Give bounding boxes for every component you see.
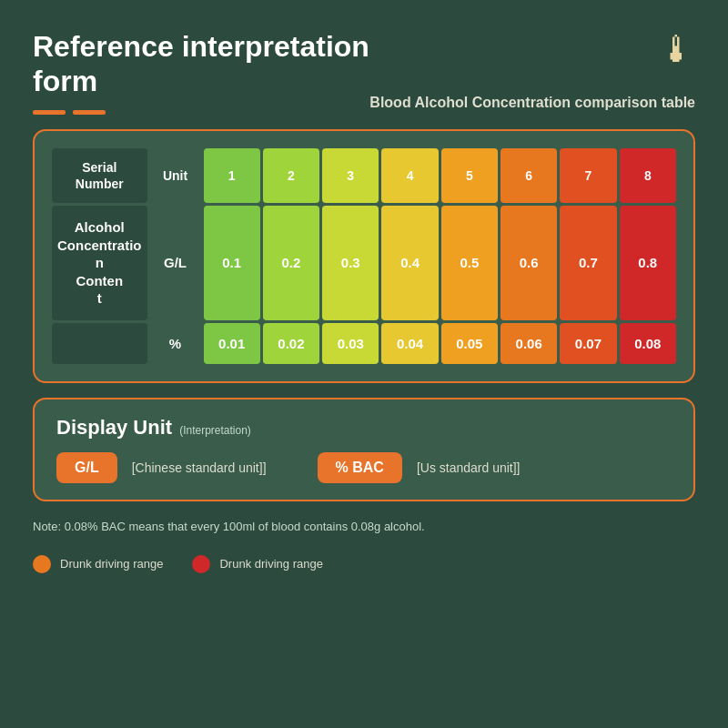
dash-2 — [73, 110, 106, 115]
row-label-2 — [52, 323, 147, 364]
legend-section: Drunk driving range Drunk driving range — [33, 551, 695, 577]
header-col-8: 8 — [620, 148, 676, 203]
header-unit: Unit — [150, 148, 201, 203]
cell-pct-3: 0.03 — [322, 323, 379, 364]
legend-label-orange: Drunk driving range — [60, 557, 163, 571]
header-section: Reference interpretation form 🌡 Blood Al… — [33, 29, 695, 115]
row-unit-pct: % — [150, 323, 201, 364]
table-row-pct: % 0.01 0.02 0.03 0.04 0.05 0.06 0.07 0.0… — [52, 323, 676, 364]
cell-pct-7: 0.07 — [560, 323, 616, 364]
cell-gl-7: 0.7 — [560, 206, 616, 320]
cell-pct-2: 0.02 — [263, 323, 319, 364]
dash-1 — [33, 110, 66, 115]
cell-gl-2: 0.2 — [263, 206, 319, 320]
cell-gl-8: 0.8 — [620, 206, 676, 320]
header-col-2: 2 — [263, 148, 319, 203]
page-subtitle: Blood Alcohol Concentration comparison t… — [369, 95, 695, 111]
cell-pct-6: 0.06 — [500, 323, 557, 364]
cell-gl-1: 0.1 — [204, 206, 260, 320]
unit-options: G/L [Chinese standard unit]] % BAC [Us s… — [56, 452, 672, 483]
cell-gl-3: 0.3 — [322, 206, 379, 320]
display-unit-card: Display Unit (Interpretation) G/L [Chine… — [33, 398, 695, 501]
row-unit-gl: G/L — [150, 206, 201, 320]
display-unit-header: Display Unit (Interpretation) — [56, 416, 672, 440]
cell-pct-1: 0.01 — [204, 323, 260, 364]
cell-gl-6: 0.6 — [500, 206, 557, 320]
page-container: Reference interpretation form 🌡 Blood Al… — [0, 0, 728, 728]
note-section: Note: 0.08% BAC means that every 100ml o… — [33, 516, 695, 537]
display-unit-title: Display Unit — [56, 416, 172, 440]
row-label-1: AlcoholConcentrationContent — [52, 206, 147, 320]
cell-gl-4: 0.4 — [381, 206, 438, 320]
cell-pct-8: 0.08 — [620, 323, 676, 364]
header-col-3: 3 — [322, 148, 379, 203]
comparison-table: Serial Number Unit 1 2 3 4 5 6 7 8 Alcoh… — [49, 146, 679, 367]
title-decoration — [33, 110, 369, 115]
thermometer-icon: 🌡 — [659, 29, 695, 70]
header-col-1: 1 — [204, 148, 260, 203]
legend-dot-red — [192, 555, 210, 573]
page-title: Reference interpretation form — [33, 29, 369, 99]
header-col-7: 7 — [560, 148, 616, 203]
unit-badge-pct[interactable]: % BAC — [318, 452, 402, 483]
header-serial: Serial Number — [52, 148, 147, 203]
unit-label-pct: [Us standard unit]] — [417, 460, 521, 475]
display-unit-subtitle: (Interpretation) — [179, 424, 251, 437]
table-row-gl: AlcoholConcentrationContent G/L 0.1 0.2 … — [52, 206, 676, 320]
cell-pct-5: 0.05 — [441, 323, 498, 364]
note-text: Note: 0.08% BAC means that every 100ml o… — [33, 520, 425, 533]
legend-item-red: Drunk driving range — [192, 555, 322, 573]
legend-label-red: Drunk driving range — [219, 557, 322, 571]
legend-item-orange: Drunk driving range — [33, 555, 163, 573]
title-area: Reference interpretation form — [33, 29, 369, 115]
header-col-4: 4 — [381, 148, 438, 203]
table-card: Serial Number Unit 1 2 3 4 5 6 7 8 Alcoh… — [33, 129, 695, 383]
cell-gl-5: 0.5 — [441, 206, 498, 320]
header-col-6: 6 — [500, 148, 557, 203]
legend-dot-orange — [33, 555, 51, 573]
unit-label-gl: [Chinese standard unit]] — [132, 460, 267, 475]
cell-pct-4: 0.04 — [381, 323, 438, 364]
header-col-5: 5 — [441, 148, 498, 203]
unit-badge-gl[interactable]: G/L — [56, 452, 117, 483]
